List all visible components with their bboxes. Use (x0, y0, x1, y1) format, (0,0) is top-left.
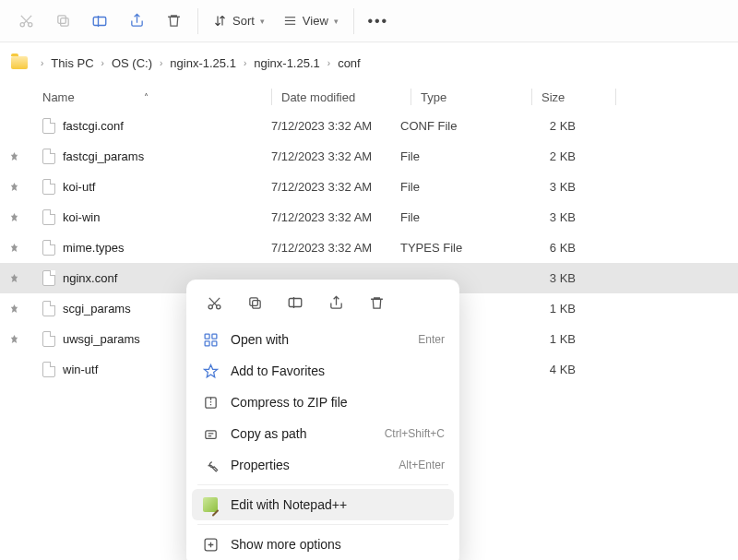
column-divider[interactable] (411, 89, 411, 105)
file-name: uwsgi_params (63, 332, 140, 346)
context-item-label: Copy as path (231, 426, 374, 441)
file-icon (42, 149, 55, 164)
column-divider[interactable] (615, 89, 616, 105)
view-button[interactable]: View ▾ (274, 14, 348, 28)
file-name: win-utf (63, 363, 98, 376)
column-name[interactable]: Name ˄ (42, 90, 271, 104)
file-icon (42, 270, 55, 286)
folder-icon (11, 56, 28, 69)
table-row[interactable]: fastcgi_params 7/12/2023 3:32 AM File 2 … (0, 141, 738, 172)
context-menu-item[interactable]: Show more options (192, 529, 454, 560)
pin-icon (9, 182, 24, 192)
svg-rect-12 (205, 340, 209, 345)
rename-icon[interactable] (277, 287, 314, 318)
zip-icon (201, 395, 220, 411)
file-size: 4 KB (511, 363, 585, 376)
table-row[interactable]: mime.types 7/12/2023 3:32 AM TYPES File … (0, 232, 738, 263)
context-item-label: Edit with Notepad++ (231, 497, 434, 512)
pin-icon (9, 151, 24, 161)
separator (353, 8, 354, 34)
breadcrumb[interactable]: › This PC › OS (C:) › nginx-1.25.1 › ngi… (0, 42, 738, 83)
delete-icon[interactable] (155, 3, 192, 40)
file-size: 1 KB (511, 332, 585, 346)
svg-point-5 (208, 304, 212, 308)
svg-rect-7 (252, 300, 260, 308)
context-menu-item[interactable]: Open with Enter (192, 324, 454, 355)
context-menu-item[interactable]: Properties Alt+Enter (192, 449, 454, 481)
svg-rect-2 (60, 18, 68, 27)
table-row[interactable]: koi-win 7/12/2023 3:32 AM File 3 KB (0, 202, 738, 232)
context-item-label: Show more options (231, 537, 434, 552)
rename-icon[interactable] (81, 3, 118, 40)
table-row[interactable]: fastcgi.conf 7/12/2023 3:32 AM CONF File… (0, 111, 738, 141)
svg-rect-3 (57, 16, 65, 23)
context-item-shortcut: Enter (418, 333, 445, 346)
breadcrumb-item[interactable]: conf (338, 56, 361, 70)
chevron-right-icon: › (160, 58, 162, 68)
pin-icon (9, 273, 24, 283)
file-type: File (400, 210, 511, 224)
column-divider[interactable] (531, 89, 532, 105)
delete-icon[interactable] (358, 287, 395, 318)
divider (197, 484, 448, 485)
chevron-down-icon: ▾ (334, 17, 339, 26)
context-item-shortcut: Alt+Enter (399, 459, 445, 471)
chevron-right-icon: › (244, 58, 246, 68)
more-icon (201, 537, 220, 553)
column-size[interactable]: Size (542, 90, 615, 104)
context-menu-item[interactable]: Edit with Notepad++ (192, 489, 454, 520)
sort-button[interactable]: Sort ▾ (204, 14, 274, 28)
copy-icon[interactable] (44, 3, 81, 40)
svg-rect-10 (205, 334, 209, 339)
column-type[interactable]: Type (421, 90, 531, 104)
more-icon[interactable]: ••• (360, 3, 397, 40)
share-icon[interactable] (317, 287, 354, 318)
pin-icon (9, 334, 24, 344)
file-size: 3 KB (511, 271, 585, 285)
breadcrumb-item[interactable]: nginx-1.25.1 (170, 56, 236, 70)
column-date[interactable]: Date modified (281, 90, 411, 104)
file-size: 1 KB (511, 302, 585, 316)
breadcrumb-item[interactable]: nginx-1.25.1 (254, 56, 320, 70)
file-icon (42, 301, 55, 316)
context-item-label: Compress to ZIP file (231, 395, 434, 410)
column-divider[interactable] (271, 89, 272, 105)
file-date: 7/12/2023 3:32 AM (271, 119, 400, 133)
star-icon (201, 363, 220, 379)
file-type: CONF File (400, 119, 511, 133)
cut-icon[interactable] (7, 3, 44, 40)
openwith-icon (201, 332, 220, 348)
file-name: fastcgi.conf (63, 119, 124, 133)
table-row[interactable]: koi-utf 7/12/2023 3:32 AM File 3 KB (0, 172, 738, 202)
file-type: File (400, 180, 511, 194)
svg-rect-8 (249, 297, 257, 305)
copy-icon[interactable] (236, 287, 273, 318)
file-icon (42, 179, 55, 195)
breadcrumb-item[interactable]: OS (C:) (112, 56, 152, 70)
svg-point-0 (20, 23, 24, 27)
context-menu: Open with Enter Add to Favorites Compres… (186, 280, 459, 560)
context-menu-item[interactable]: Add to Favorites (192, 355, 454, 387)
sort-label: Sort (232, 14, 255, 28)
divider (197, 524, 448, 525)
svg-rect-15 (205, 430, 215, 438)
pin-icon (9, 243, 24, 253)
context-item-label: Open with (231, 332, 407, 347)
file-name: koi-utf (63, 180, 95, 194)
breadcrumb-item[interactable]: This PC (51, 56, 93, 70)
file-size: 2 KB (511, 149, 585, 163)
view-label: View (303, 14, 328, 28)
file-icon (42, 209, 55, 225)
file-date: 7/12/2023 3:32 AM (271, 241, 400, 255)
separator (197, 8, 198, 34)
context-menu-item[interactable]: Compress to ZIP file (192, 387, 454, 418)
file-icon (42, 118, 55, 134)
share-icon[interactable] (118, 3, 155, 40)
file-size: 2 KB (511, 119, 585, 133)
svg-point-1 (28, 23, 31, 27)
chevron-right-icon: › (327, 58, 330, 68)
cut-icon[interactable] (196, 287, 232, 318)
context-menu-item[interactable]: Copy as path Ctrl+Shift+C (192, 418, 454, 449)
copypath-icon (201, 426, 220, 442)
file-icon (42, 240, 55, 256)
